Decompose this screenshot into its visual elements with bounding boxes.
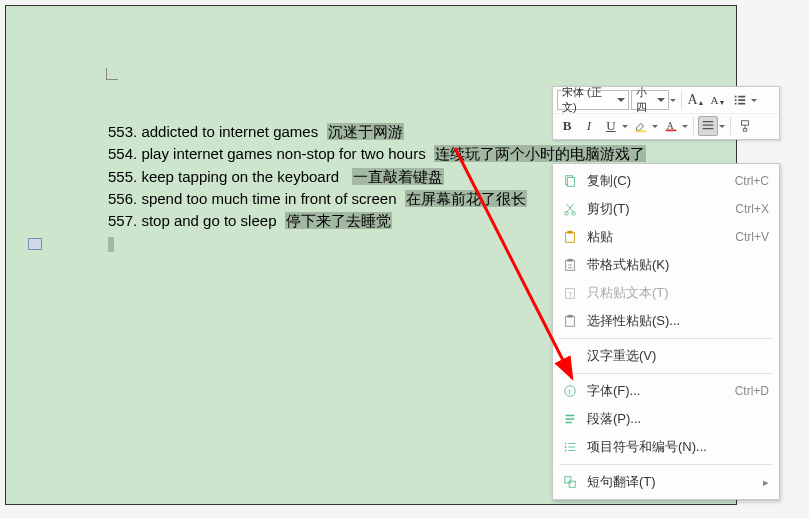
svg-rect-0: [636, 131, 647, 133]
font-size-value: 小四: [636, 85, 654, 115]
increase-font-icon[interactable]: A▲: [686, 90, 706, 110]
list-zh: 连续玩了两个小时的电脑游戏了: [434, 145, 646, 162]
context-menu-separator: [559, 464, 773, 465]
font-size-select[interactable]: 小四: [631, 90, 669, 110]
svg-point-20: [565, 450, 567, 452]
list-en: keep tapping on the keyboard: [141, 168, 339, 185]
list-style-icon[interactable]: [730, 90, 750, 110]
text-cursor: [108, 237, 114, 252]
paste-text-icon: T: [559, 283, 581, 303]
list-en: play internet games non-stop for two hou…: [141, 145, 425, 162]
context-menu-label: 字体(F)...: [587, 382, 735, 400]
bold-button[interactable]: B: [557, 116, 577, 136]
list-number: 555.: [108, 168, 137, 185]
svg-rect-14: [566, 317, 575, 327]
format-painter-icon[interactable]: [735, 116, 755, 136]
context-menu-label: 汉字重选(V): [587, 347, 769, 365]
chevron-down-icon[interactable]: [750, 90, 758, 110]
context-menu-label: 粘贴: [587, 228, 735, 246]
context-menu: 复制(C)Ctrl+C剪切(T)Ctrl+X粘贴Ctrl+V带格式粘贴(K)T只…: [552, 163, 780, 500]
list-number: 553.: [108, 123, 137, 140]
context-menu-item[interactable]: 带格式粘贴(K): [553, 251, 779, 279]
page-corner-mark: [106, 68, 118, 80]
svg-text:T: T: [568, 291, 573, 298]
chevron-down-icon[interactable]: [669, 90, 677, 110]
chevron-down-icon[interactable]: [681, 116, 689, 136]
context-menu-label: 项目符号和编号(N)...: [587, 438, 769, 456]
underline-button[interactable]: U: [601, 116, 621, 136]
font-icon: T: [559, 381, 581, 401]
context-menu-item[interactable]: 粘贴Ctrl+V: [553, 223, 779, 251]
svg-rect-22: [569, 481, 575, 487]
context-menu-item[interactable]: T字体(F)...Ctrl+D: [553, 377, 779, 405]
list-number: 557.: [108, 212, 137, 229]
list-en: spend too much time in front of screen: [141, 190, 396, 207]
context-menu-item[interactable]: 短句翻译(T)▸: [553, 468, 779, 496]
context-menu-label: 剪切(T): [587, 200, 735, 218]
list-item: 554. play internet games non-stop for tw…: [108, 144, 646, 164]
list-en: stop and go to sleep: [141, 212, 276, 229]
context-menu-separator: [559, 373, 773, 374]
list-en: addicted to internet games: [141, 123, 318, 140]
svg-rect-5: [567, 178, 574, 187]
paste-fmt-icon: [559, 255, 581, 275]
context-menu-label: 只粘贴文本(T): [587, 284, 769, 302]
chevron-down-icon[interactable]: [621, 116, 629, 136]
context-menu-shortcut: Ctrl+C: [735, 174, 769, 188]
context-menu-item[interactable]: 剪切(T)Ctrl+X: [553, 195, 779, 223]
context-menu-label: 选择性粘贴(S)...: [587, 312, 769, 330]
context-menu-item[interactable]: 段落(P)...: [553, 405, 779, 433]
italic-button[interactable]: I: [579, 116, 599, 136]
align-button[interactable]: [698, 116, 718, 136]
svg-rect-2: [666, 130, 677, 132]
font-family-select[interactable]: 宋体 (正文): [557, 90, 629, 110]
font-family-value: 宋体 (正文): [562, 85, 614, 115]
context-menu-item[interactable]: 汉字重选(V): [553, 342, 779, 370]
layout-options-icon[interactable]: [28, 238, 42, 250]
context-menu-shortcut: Ctrl+X: [735, 202, 769, 216]
svg-rect-15: [567, 315, 572, 318]
svg-text:A: A: [667, 120, 674, 131]
context-menu-shortcut: Ctrl+D: [735, 384, 769, 398]
context-menu-shortcut: Ctrl+V: [735, 230, 769, 244]
svg-point-19: [565, 446, 567, 448]
font-color-icon[interactable]: A: [661, 116, 681, 136]
highlight-color-icon[interactable]: [631, 116, 651, 136]
svg-rect-8: [566, 233, 575, 243]
submenu-arrow-icon: ▸: [763, 476, 769, 489]
context-menu-item[interactable]: 项目符号和编号(N)...: [553, 433, 779, 461]
chevron-down-icon[interactable]: [718, 116, 726, 136]
copy-icon: [559, 171, 581, 191]
list-number: 556.: [108, 190, 137, 207]
translate-icon: [559, 472, 581, 492]
list-zh: 在屏幕前花了很长: [405, 190, 527, 207]
context-menu-label: 段落(P)...: [587, 410, 769, 428]
bullets-icon: [559, 437, 581, 457]
chevron-down-icon[interactable]: [651, 116, 659, 136]
list-zh: 一直敲着键盘: [352, 168, 444, 185]
list-number: 554.: [108, 145, 137, 162]
svg-text:T: T: [567, 388, 572, 396]
svg-rect-21: [565, 477, 571, 483]
context-menu-separator: [559, 338, 773, 339]
svg-rect-9: [567, 231, 572, 234]
mini-toolbar: 宋体 (正文) 小四 A▲ A▼ B I U A: [552, 86, 780, 140]
list-zh: 停下来了去睡觉: [285, 212, 392, 229]
context-menu-item: T只粘贴文本(T): [553, 279, 779, 307]
decrease-font-icon[interactable]: A▼: [708, 90, 728, 110]
paste-icon: [559, 227, 581, 247]
context-menu-label: 带格式粘贴(K): [587, 256, 769, 274]
list-zh: 沉迷于网游: [327, 123, 404, 140]
document-viewport: 553. addicted to internet games 沉迷于网游 55…: [5, 5, 737, 505]
paste-special-icon: [559, 311, 581, 331]
svg-rect-3: [742, 121, 749, 125]
context-menu-label: 复制(C): [587, 172, 735, 190]
svg-point-18: [565, 443, 567, 445]
reconvert-icon: [559, 346, 581, 366]
paragraph-icon: [559, 409, 581, 429]
context-menu-item[interactable]: 选择性粘贴(S)...: [553, 307, 779, 335]
svg-rect-11: [567, 259, 572, 262]
cut-icon: [559, 199, 581, 219]
context-menu-label: 短句翻译(T): [587, 473, 763, 491]
context-menu-item[interactable]: 复制(C)Ctrl+C: [553, 167, 779, 195]
